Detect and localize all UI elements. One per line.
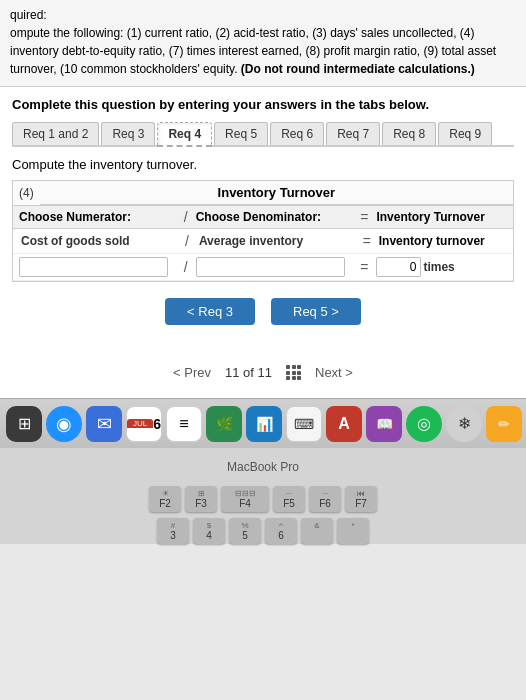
keyboard-icon[interactable]: ⌨ xyxy=(286,406,322,442)
main-content: Complete this question by entering your … xyxy=(0,87,526,398)
key-f7[interactable]: ⏮ F7 xyxy=(345,486,377,512)
key-f5[interactable]: ··· F5 xyxy=(273,486,305,512)
slash-2: / xyxy=(176,259,196,275)
mail-icon[interactable]: ✉ xyxy=(86,406,122,442)
music-icon[interactable]: ◎ xyxy=(406,406,442,442)
prev-req-button[interactable]: < Req 3 xyxy=(165,298,255,325)
slash-1: / xyxy=(177,233,197,249)
textbook-icon[interactable]: A xyxy=(326,406,362,442)
key-6[interactable]: ^ 6 xyxy=(265,518,297,544)
tabs-row: Req 1 and 2 Req 3 Req 4 Req 5 Req 6 Req … xyxy=(12,122,514,147)
tab-req5[interactable]: Req 5 xyxy=(214,122,268,145)
result-unit: times xyxy=(423,260,454,274)
numerator-input-cell xyxy=(19,257,176,277)
col-denominator-header: Choose Denominator: xyxy=(196,210,353,224)
tab-req8[interactable]: Req 8 xyxy=(382,122,436,145)
prev-label: < Req 3 xyxy=(187,304,233,319)
highlight-text: (Do not round intermediate calculations.… xyxy=(241,62,475,76)
equals-1: = xyxy=(355,233,379,249)
bluetooth-icon[interactable]: ❄ xyxy=(446,406,482,442)
key-5[interactable]: % 5 xyxy=(229,518,261,544)
key-f3[interactable]: ⊞ F3 xyxy=(185,486,217,512)
result-input[interactable] xyxy=(376,257,421,277)
next-page-label: Next > xyxy=(315,365,353,380)
key-asterisk[interactable]: * xyxy=(337,518,369,544)
nav-buttons: < Req 3 Req 5 > xyxy=(12,298,514,325)
next-label: Req 5 > xyxy=(293,304,339,319)
tab-req1and2[interactable]: Req 1 and 2 xyxy=(12,122,99,145)
equals-2: = xyxy=(352,259,376,275)
tab-req4[interactable]: Req 4 xyxy=(157,122,212,147)
table-data-row-1: Cost of goods sold / Average inventory =… xyxy=(13,229,513,254)
numerator-value-1: Cost of goods sold xyxy=(19,232,177,250)
book-icon[interactable]: 📖 xyxy=(366,406,402,442)
table-data-row-2: / = times xyxy=(13,254,513,281)
compute-section-label: Compute the inventory turnover. xyxy=(12,157,514,172)
denominator-input[interactable] xyxy=(196,257,345,277)
equals-header: = xyxy=(352,209,376,225)
numerator-input[interactable] xyxy=(19,257,168,277)
tab-req3[interactable]: Req 3 xyxy=(101,122,155,145)
taskbar: ⊞ ◉ ✉ JUL 6 ≡ 🌿 📊 ⌨ A 📖 ◎ ❄ ✏ xyxy=(0,398,526,448)
key-f6[interactable]: ··· F6 xyxy=(309,486,341,512)
complete-label: Complete this question by entering your … xyxy=(12,97,514,112)
col-numerator-header: Choose Numerator: xyxy=(19,210,176,224)
stats-icon[interactable]: 📊 xyxy=(246,406,282,442)
key-3[interactable]: # 3 xyxy=(157,518,189,544)
apps-icon[interactable]: ⊞ xyxy=(6,406,42,442)
grid-icon[interactable] xyxy=(286,365,301,380)
next-req-button[interactable]: Req 5 > xyxy=(271,298,361,325)
result-label-1: Inventory turnover xyxy=(379,234,485,248)
files-icon[interactable]: 🌿 xyxy=(206,406,242,442)
key-f2[interactable]: ☀ F2 xyxy=(149,486,181,512)
fn-key-row: ☀ F2 ⊞ F3 ⊟⊟⊟ F4 ··· F5 ··· F6 ⏮ F7 xyxy=(0,486,526,512)
tab-req9[interactable]: Req 9 xyxy=(438,122,492,145)
result-input-cell: times xyxy=(376,257,507,277)
pagination-info: 11 of 11 xyxy=(225,365,272,380)
prev-page-button[interactable]: < Prev xyxy=(173,365,211,380)
key-4[interactable]: $ 4 xyxy=(193,518,225,544)
denominator-input-cell xyxy=(196,257,353,277)
macbook-label: MacBook Pro xyxy=(0,460,526,474)
num-key-row: # 3 $ 4 % 5 ^ 6 & * xyxy=(0,518,526,544)
col-result-header: Inventory Turnover xyxy=(376,210,507,224)
next-page-button[interactable]: Next > xyxy=(315,365,353,380)
browser-icon[interactable]: ◉ xyxy=(46,406,82,442)
instruction-text: quired: ompute the following: (1) curren… xyxy=(10,8,496,76)
key-f4[interactable]: ⊟⊟⊟ F4 xyxy=(221,486,269,512)
tab-req7[interactable]: Req 7 xyxy=(326,122,380,145)
notes-icon[interactable]: ≡ xyxy=(166,406,202,442)
table-header-row: Choose Numerator: / Choose Denominator: … xyxy=(13,206,513,229)
denominator-value-1: Average inventory xyxy=(197,232,355,250)
sketch-icon[interactable]: ✏ xyxy=(486,406,522,442)
ratio-table: (4) Inventory Turnover Choose Numerator:… xyxy=(12,180,514,282)
calendar-icon[interactable]: JUL 6 xyxy=(126,406,162,442)
ratio-title: Inventory Turnover xyxy=(40,181,513,205)
tab-req6[interactable]: Req 6 xyxy=(270,122,324,145)
instruction-area: quired: ompute the following: (1) curren… xyxy=(0,0,526,87)
key-ampersand[interactable]: & xyxy=(301,518,333,544)
slash-header: / xyxy=(176,209,196,225)
keyboard-area: MacBook Pro ☀ F2 ⊞ F3 ⊟⊟⊟ F4 ··· F5 ··· … xyxy=(0,448,526,544)
result-value-1: Inventory turnover xyxy=(379,234,507,248)
prev-page-label: < Prev xyxy=(173,365,211,380)
pagination-row: < Prev 11 of 11 Next > xyxy=(12,365,514,380)
ratio-num-label: (4) xyxy=(13,184,40,202)
